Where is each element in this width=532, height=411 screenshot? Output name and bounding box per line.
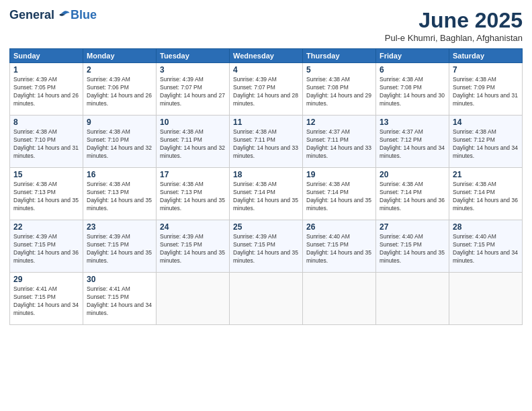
day-cell	[449, 273, 523, 325]
day-info: Sunrise: 4:39 AM Sunset: 7:15 PM Dayligh…	[13, 233, 79, 265]
day-cell	[376, 273, 449, 325]
day-number: 12	[306, 118, 372, 127]
day-number: 7	[453, 65, 519, 75]
day-cell: 7 Sunrise: 4:38 AM Sunset: 7:09 PM Dayli…	[449, 63, 523, 116]
logo-blue: Blue	[71, 8, 97, 22]
day-cell: 1 Sunrise: 4:39 AM Sunset: 7:05 PM Dayli…	[10, 63, 83, 116]
day-cell: 16 Sunrise: 4:38 AM Sunset: 7:13 PM Dayl…	[83, 168, 157, 220]
day-number: 5	[306, 65, 372, 75]
day-info: Sunrise: 4:38 AM Sunset: 7:14 PM Dayligh…	[453, 181, 519, 213]
header-saturday: Saturday	[449, 49, 523, 63]
calendar-body: 1 Sunrise: 4:39 AM Sunset: 7:05 PM Dayli…	[10, 63, 523, 325]
day-cell: 13 Sunrise: 4:37 AM Sunset: 7:12 PM Dayl…	[376, 116, 449, 168]
day-cell: 12 Sunrise: 4:37 AM Sunset: 7:11 PM Dayl…	[303, 116, 376, 168]
day-number: 10	[160, 118, 226, 127]
day-cell: 28 Sunrise: 4:40 AM Sunset: 7:15 PM Dayl…	[449, 220, 523, 273]
day-cell: 4 Sunrise: 4:39 AM Sunset: 7:07 PM Dayli…	[230, 63, 303, 116]
day-info: Sunrise: 4:38 AM Sunset: 7:14 PM Dayligh…	[233, 181, 299, 213]
day-cell: 20 Sunrise: 4:38 AM Sunset: 7:14 PM Dayl…	[376, 168, 449, 220]
day-number: 17	[160, 170, 226, 179]
weekday-header-row: Sunday Monday Tuesday Wednesday Thursday…	[10, 49, 523, 63]
day-number: 19	[306, 170, 372, 179]
day-cell: 25 Sunrise: 4:39 AM Sunset: 7:15 PM Dayl…	[230, 220, 303, 273]
logo-text: General Blue	[9, 8, 97, 22]
day-number: 11	[233, 118, 299, 127]
logo-general: General	[9, 8, 54, 22]
day-info: Sunrise: 4:39 AM Sunset: 7:15 PM Dayligh…	[87, 233, 152, 265]
day-cell: 10 Sunrise: 4:38 AM Sunset: 7:11 PM Dayl…	[157, 116, 230, 168]
day-info: Sunrise: 4:38 AM Sunset: 7:08 PM Dayligh…	[380, 76, 445, 108]
header-friday: Friday	[376, 49, 449, 63]
day-cell: 18 Sunrise: 4:38 AM Sunset: 7:14 PM Dayl…	[230, 168, 303, 220]
day-cell: 21 Sunrise: 4:38 AM Sunset: 7:14 PM Dayl…	[449, 168, 523, 220]
day-number: 22	[13, 222, 79, 232]
day-cell: 24 Sunrise: 4:39 AM Sunset: 7:15 PM Dayl…	[157, 220, 230, 273]
day-info: Sunrise: 4:38 AM Sunset: 7:13 PM Dayligh…	[87, 181, 152, 213]
day-info: Sunrise: 4:39 AM Sunset: 7:05 PM Dayligh…	[13, 76, 79, 108]
day-cell: 27 Sunrise: 4:40 AM Sunset: 7:15 PM Dayl…	[376, 220, 449, 273]
day-info: Sunrise: 4:38 AM Sunset: 7:08 PM Dayligh…	[306, 76, 372, 108]
day-info: Sunrise: 4:40 AM Sunset: 7:15 PM Dayligh…	[453, 233, 519, 265]
day-number: 27	[380, 222, 445, 232]
location: Pul-e Khumri, Baghlan, Afghanistan	[385, 33, 523, 43]
day-number: 24	[160, 222, 226, 232]
day-cell: 30 Sunrise: 4:41 AM Sunset: 7:15 PM Dayl…	[83, 273, 157, 325]
day-info: Sunrise: 4:38 AM Sunset: 7:13 PM Dayligh…	[13, 181, 79, 213]
day-cell: 22 Sunrise: 4:39 AM Sunset: 7:15 PM Dayl…	[10, 220, 83, 273]
day-info: Sunrise: 4:39 AM Sunset: 7:15 PM Dayligh…	[233, 233, 299, 265]
day-cell: 5 Sunrise: 4:38 AM Sunset: 7:08 PM Dayli…	[303, 63, 376, 116]
day-number: 26	[306, 222, 372, 232]
day-number: 6	[380, 65, 445, 75]
day-number: 15	[13, 170, 79, 179]
week-row-2: 8 Sunrise: 4:38 AM Sunset: 7:10 PM Dayli…	[10, 116, 523, 168]
day-info: Sunrise: 4:38 AM Sunset: 7:11 PM Dayligh…	[233, 128, 299, 161]
page: General Blue June 2025 Pul-e Khumri, Bag…	[0, 0, 532, 411]
header: General Blue June 2025 Pul-e Khumri, Bag…	[9, 8, 523, 43]
day-info: Sunrise: 4:39 AM Sunset: 7:07 PM Dayligh…	[233, 76, 299, 108]
day-cell: 8 Sunrise: 4:38 AM Sunset: 7:10 PM Dayli…	[10, 116, 83, 168]
day-number: 3	[160, 65, 226, 75]
day-info: Sunrise: 4:41 AM Sunset: 7:15 PM Dayligh…	[13, 285, 79, 318]
day-cell	[230, 273, 303, 325]
header-thursday: Thursday	[303, 49, 376, 63]
day-number: 14	[453, 118, 519, 127]
day-cell: 23 Sunrise: 4:39 AM Sunset: 7:15 PM Dayl…	[83, 220, 157, 273]
day-info: Sunrise: 4:38 AM Sunset: 7:13 PM Dayligh…	[160, 181, 226, 213]
day-info: Sunrise: 4:38 AM Sunset: 7:14 PM Dayligh…	[306, 181, 372, 213]
day-number: 8	[13, 118, 79, 127]
day-cell: 9 Sunrise: 4:38 AM Sunset: 7:10 PM Dayli…	[83, 116, 157, 168]
day-number: 20	[380, 170, 445, 179]
day-info: Sunrise: 4:39 AM Sunset: 7:07 PM Dayligh…	[160, 76, 226, 108]
day-number: 28	[453, 222, 519, 232]
logo-bird-icon	[56, 9, 71, 21]
header-tuesday: Tuesday	[157, 49, 230, 63]
day-number: 13	[380, 118, 445, 127]
day-number: 30	[87, 275, 152, 284]
day-info: Sunrise: 4:37 AM Sunset: 7:11 PM Dayligh…	[306, 128, 372, 161]
calendar-header: Sunday Monday Tuesday Wednesday Thursday…	[10, 49, 523, 63]
day-number: 16	[87, 170, 152, 179]
day-number: 29	[13, 275, 79, 284]
week-row-5: 29 Sunrise: 4:41 AM Sunset: 7:15 PM Dayl…	[10, 273, 523, 325]
day-info: Sunrise: 4:38 AM Sunset: 7:14 PM Dayligh…	[380, 181, 445, 213]
day-info: Sunrise: 4:38 AM Sunset: 7:11 PM Dayligh…	[160, 128, 226, 161]
day-info: Sunrise: 4:37 AM Sunset: 7:12 PM Dayligh…	[380, 128, 445, 161]
day-number: 4	[233, 65, 299, 75]
day-cell	[303, 273, 376, 325]
day-info: Sunrise: 4:39 AM Sunset: 7:15 PM Dayligh…	[160, 233, 226, 265]
day-number: 9	[87, 118, 152, 127]
day-number: 18	[233, 170, 299, 179]
day-info: Sunrise: 4:38 AM Sunset: 7:12 PM Dayligh…	[453, 128, 519, 161]
day-info: Sunrise: 4:40 AM Sunset: 7:15 PM Dayligh…	[380, 233, 445, 265]
month-title: June 2025	[385, 8, 523, 33]
week-row-3: 15 Sunrise: 4:38 AM Sunset: 7:13 PM Dayl…	[10, 168, 523, 220]
day-number: 21	[453, 170, 519, 179]
day-info: Sunrise: 4:38 AM Sunset: 7:10 PM Dayligh…	[13, 128, 79, 161]
day-cell: 17 Sunrise: 4:38 AM Sunset: 7:13 PM Dayl…	[157, 168, 230, 220]
day-info: Sunrise: 4:39 AM Sunset: 7:06 PM Dayligh…	[87, 76, 152, 108]
week-row-1: 1 Sunrise: 4:39 AM Sunset: 7:05 PM Dayli…	[10, 63, 523, 116]
calendar-table: Sunday Monday Tuesday Wednesday Thursday…	[9, 48, 523, 325]
header-monday: Monday	[83, 49, 157, 63]
header-wednesday: Wednesday	[230, 49, 303, 63]
day-number: 25	[233, 222, 299, 232]
